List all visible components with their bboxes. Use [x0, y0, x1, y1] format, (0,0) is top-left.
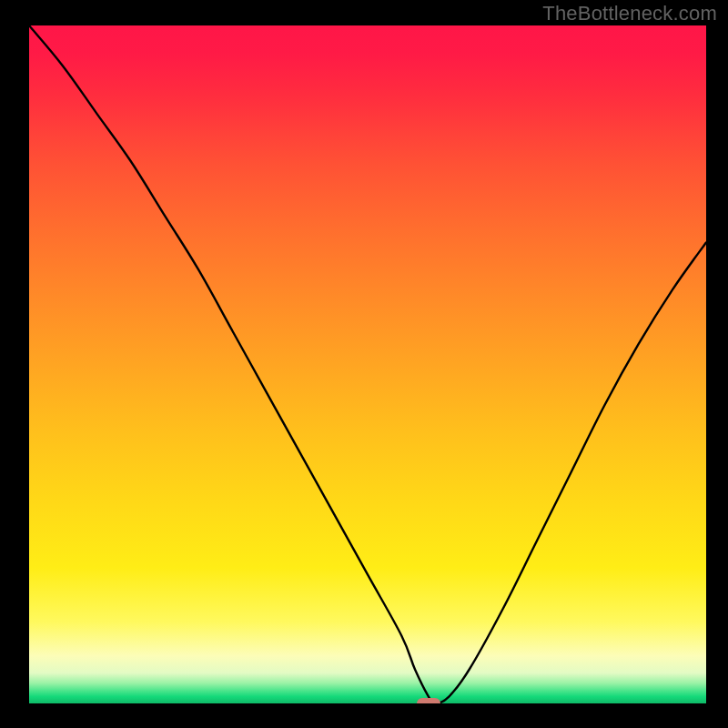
bottleneck-curve: [29, 25, 706, 703]
optimal-point-marker: [417, 698, 440, 703]
plot-area: [29, 25, 706, 703]
watermark-text: TheBottleneck.com: [542, 2, 717, 25]
chart-frame: TheBottleneck.com: [0, 0, 728, 728]
